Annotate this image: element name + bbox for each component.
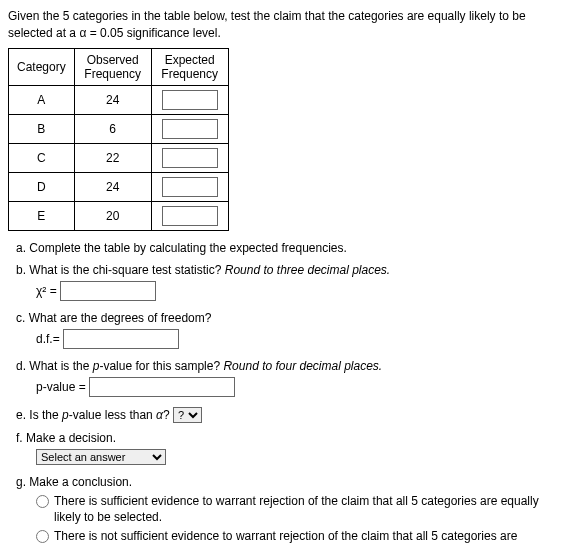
intro-text-b: significance level.: [123, 26, 220, 40]
expected-input[interactable]: [162, 119, 218, 139]
qe-b: -value less than: [69, 408, 156, 422]
expected-input[interactable]: [162, 90, 218, 110]
question-d: d. What is the p-value for this sample? …: [16, 359, 557, 373]
expected-input[interactable]: [162, 177, 218, 197]
question-f: f. Make a decision.: [16, 431, 557, 445]
cat-cell: B: [9, 114, 75, 143]
question-g: g. Make a conclusion.: [16, 475, 557, 489]
expected-input[interactable]: [162, 148, 218, 168]
table-row: A24: [9, 85, 229, 114]
pvalue-row: p-value =: [36, 377, 557, 397]
conclusion-radio-1[interactable]: [36, 495, 49, 508]
cat-cell: A: [9, 85, 75, 114]
frequency-table: Category Observed Frequency Expected Fre…: [8, 48, 229, 231]
qb-italic: Round to three decimal places.: [225, 263, 390, 277]
qd-italic: Round to four decimal places.: [223, 359, 382, 373]
qe-c: ?: [163, 408, 173, 422]
decision-select[interactable]: Select an answer: [36, 449, 166, 465]
obs-cell: 24: [74, 172, 151, 201]
df-label: d.f.=: [36, 332, 63, 346]
question-e: e. Is the p-value less than α? ?: [16, 407, 557, 423]
qe-p: p: [62, 408, 69, 422]
compare-select[interactable]: ?: [173, 407, 202, 423]
obs-cell: 22: [74, 143, 151, 172]
header-expected: Expected Frequency: [151, 48, 228, 85]
df-input[interactable]: [63, 329, 179, 349]
table-row: D24: [9, 172, 229, 201]
expected-input[interactable]: [162, 206, 218, 226]
obs-cell: 24: [74, 85, 151, 114]
cat-cell: C: [9, 143, 75, 172]
header-observed: Observed Frequency: [74, 48, 151, 85]
qe-a: e. Is the: [16, 408, 62, 422]
obs-cell: 20: [74, 201, 151, 230]
conclusion-label-1: There is sufficient evidence to warrant …: [54, 493, 557, 525]
chi-square-input[interactable]: [60, 281, 156, 301]
qb-text: b. What is the chi-square test statistic…: [16, 263, 225, 277]
question-b: b. What is the chi-square test statistic…: [16, 263, 557, 277]
obs-cell: 6: [74, 114, 151, 143]
chi-row: χ² =: [36, 281, 557, 301]
conclusion-label-2: There is not sufficient evidence to warr…: [54, 528, 557, 545]
pvalue-input[interactable]: [89, 377, 235, 397]
cat-cell: D: [9, 172, 75, 201]
pvalue-label: p-value =: [36, 380, 89, 394]
chi-label: χ² =: [36, 284, 60, 298]
qd-a: d. What is the: [16, 359, 93, 373]
qd-b: -value for this sample?: [99, 359, 223, 373]
question-c: c. What are the degrees of freedom?: [16, 311, 557, 325]
cat-cell: E: [9, 201, 75, 230]
table-row: E20: [9, 201, 229, 230]
qe-alpha: α: [156, 408, 163, 422]
header-category: Category: [9, 48, 75, 85]
problem-statement: Given the 5 categories in the table belo…: [8, 8, 557, 42]
table-row: B6: [9, 114, 229, 143]
conclusion-radio-2[interactable]: [36, 530, 49, 543]
table-row: C22: [9, 143, 229, 172]
question-a: a. Complete the table by calculating the…: [16, 241, 557, 255]
alpha-text: α = 0.05: [79, 26, 123, 40]
df-row: d.f.=: [36, 329, 557, 349]
